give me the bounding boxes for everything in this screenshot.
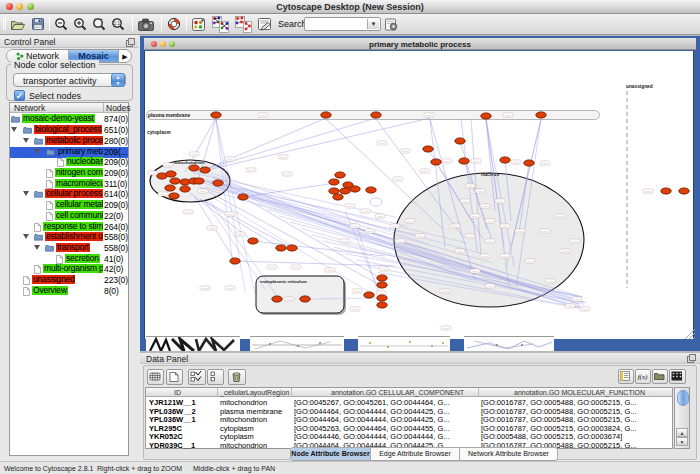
svg-text:cytoplasm: cytoplasm: [147, 130, 171, 135]
svg-text:1:1: 1:1: [114, 21, 121, 26]
svg-text:f(x): f(x): [638, 373, 648, 381]
svg-text:plasma membrane: plasma membrane: [148, 113, 190, 118]
svg-text:unassigned: unassigned: [626, 84, 653, 89]
svg-text:endoplasmic reticulum: endoplasmic reticulum: [260, 279, 307, 284]
